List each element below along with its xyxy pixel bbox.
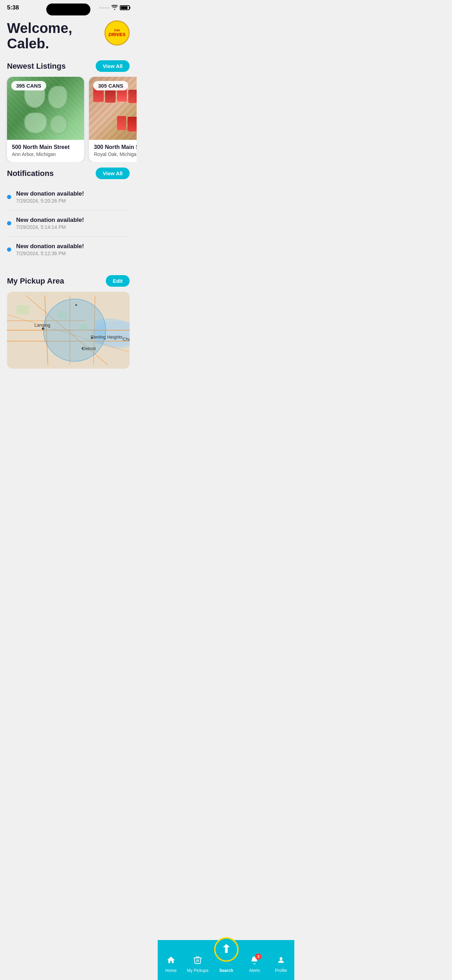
- listing-image-cans: 305 CANS: [89, 77, 137, 140]
- notif-dot: [7, 247, 11, 252]
- status-time: 5:38: [7, 4, 19, 11]
- status-bar: 5:38: [0, 0, 137, 13]
- welcome-text: Welcome, Caleb.: [7, 20, 72, 51]
- map-label-chatham: Chatham: [123, 336, 130, 342]
- dynamic-island: [46, 3, 91, 16]
- notif-title-2: New donation available!: [16, 216, 84, 224]
- notifications-title: Notifications: [7, 169, 54, 178]
- listing-address-1: 500 North Main Street: [12, 144, 79, 150]
- newest-listings-view-all[interactable]: View All: [95, 60, 130, 72]
- notif-title-3: New donation available!: [16, 243, 84, 250]
- map-container[interactable]: Lansing Sterling Heights Detroit Chatham: [7, 292, 130, 369]
- notif-time-1: 7/29/2024, 5:20:26 PM: [16, 198, 84, 204]
- svg-rect-10: [16, 305, 29, 314]
- logo-drives-text: DRIVES: [108, 32, 126, 37]
- notification-item[interactable]: New donation available! 7/29/2024, 5:20:…: [7, 184, 130, 210]
- status-icons: [99, 5, 130, 11]
- header: Welcome, Caleb. Can DRIVES: [0, 13, 137, 55]
- notification-item[interactable]: New donation available! 7/29/2024, 5:12:…: [7, 237, 130, 262]
- signal-icon: [99, 7, 109, 9]
- cans-count-1: 395 CANS: [11, 81, 46, 91]
- pickup-area-title: My Pickup Area: [7, 277, 64, 286]
- notif-dot: [7, 221, 11, 225]
- pickup-radius-circle: [43, 299, 106, 362]
- map-label-detroit: Detroit: [82, 346, 95, 351]
- battery-icon: [120, 5, 130, 10]
- newest-listings-header: Newest Listings View All: [0, 55, 137, 77]
- listing-city-2: Royal Oak, Michigan: [94, 151, 137, 157]
- notifications-list: New donation available! 7/29/2024, 5:20:…: [0, 184, 137, 262]
- map-label-lansing: Lansing: [34, 323, 51, 328]
- listing-card[interactable]: 395 CANS 500 North Main Street Ann Arbor…: [7, 77, 84, 162]
- notification-item[interactable]: New donation available! 7/29/2024, 5:14:…: [7, 210, 130, 237]
- listing-card[interactable]: 305 CANS 300 North Main Street Royal Oak…: [89, 77, 137, 162]
- pickup-area-edit[interactable]: Edit: [106, 275, 130, 287]
- notifications-header: Notifications View All: [0, 162, 137, 184]
- app-logo[interactable]: Can DRIVES: [104, 20, 130, 46]
- cans-count-2: 305 CANS: [93, 81, 128, 91]
- listings-container: 395 CANS 500 North Main Street Ann Arbor…: [0, 77, 137, 162]
- wifi-icon: [111, 5, 118, 11]
- pickup-area-section: My Pickup Area Edit: [0, 262, 137, 369]
- listing-info-1: 500 North Main Street Ann Arbor, Michiga…: [7, 140, 84, 162]
- notif-dot: [7, 195, 11, 199]
- welcome-heading: Welcome, Caleb.: [7, 20, 72, 51]
- listing-address-2: 300 North Main Street: [94, 144, 137, 150]
- pickup-area-header: My Pickup Area Edit: [7, 269, 130, 287]
- notif-time-2: 7/29/2024, 5:14:14 PM: [16, 224, 84, 230]
- notif-time-3: 7/29/2024, 5:12:36 PM: [16, 251, 84, 256]
- notifications-view-all[interactable]: View All: [95, 167, 130, 179]
- map-label-sterling: Sterling Heights: [91, 334, 123, 340]
- listing-city-1: Ann Arbor, Michigan: [12, 151, 79, 157]
- newest-listings-title: Newest Listings: [7, 62, 65, 71]
- listing-image-bags: 395 CANS: [7, 77, 84, 140]
- listing-info-2: 300 North Main Street Royal Oak, Michiga…: [89, 140, 137, 162]
- notif-title-1: New donation available!: [16, 190, 84, 197]
